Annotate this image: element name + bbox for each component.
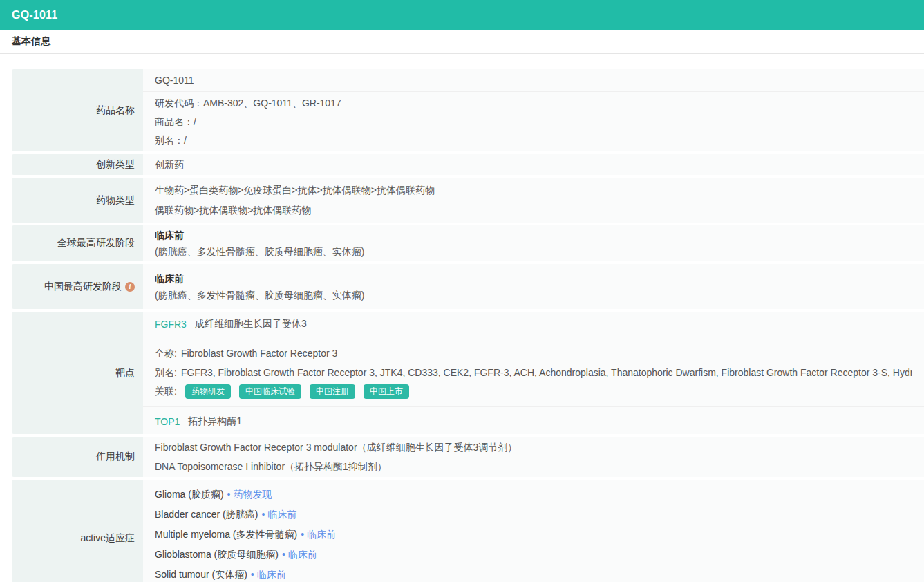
indication-item: Solid tumour (实体瘤)•临床前 xyxy=(155,565,912,582)
drug-type-line: 生物药>蛋白类药物>免疫球蛋白>抗体>抗体偶联物>抗体偶联药物 xyxy=(155,180,912,200)
china-stage-label: 中国最高研发阶段 i xyxy=(12,264,143,309)
row-active-indications: active适应症 Glioma (胶质瘤)•药物发现 Bladder canc… xyxy=(12,480,924,582)
bullet-separator: • xyxy=(227,489,231,500)
indication-name: Glioblastoma (胶质母细胞瘤) xyxy=(155,549,279,560)
active-indications-label: active适应症 xyxy=(12,480,143,582)
info-icon[interactable]: i xyxy=(125,282,135,292)
bullet-separator: • xyxy=(261,509,265,520)
related-tag-button[interactable]: 药物研发 xyxy=(185,384,231,399)
bullet-separator: • xyxy=(301,529,304,540)
target-block-top1: TOP1 拓扑异构酶1 xyxy=(143,406,924,436)
global-stage-value: 临床前 xyxy=(155,227,912,243)
china-stage-label-text: 中国最高研发阶段 xyxy=(44,281,122,293)
indication-item: Bladder cancer (膀胱癌)•临床前 xyxy=(155,505,912,525)
target-title: TOP1 拓扑异构酶1 xyxy=(143,407,924,436)
trade-name-line: 商品名：/ xyxy=(155,113,912,131)
row-innovation-type: 创新类型 创新药 xyxy=(12,154,924,175)
innovation-type-label: 创新类型 xyxy=(12,154,143,175)
row-drug-type: 药物类型 生物药>蛋白类药物>免疫球蛋白>抗体>抗体偶联物>抗体偶联药物 偶联药… xyxy=(12,178,924,223)
related-tag-button[interactable]: 中国临床试验 xyxy=(239,384,301,399)
indication-name: Glioma (胶质瘤) xyxy=(155,489,224,500)
target-alias-line: 别名:FGFR3, Fibroblast Growth Factor Recep… xyxy=(155,363,912,382)
active-indications-content: Glioma (胶质瘤)•药物发现 Bladder cancer (膀胱癌)•临… xyxy=(143,480,924,582)
innovation-type-text: 创新药 xyxy=(155,156,912,174)
alias-key: 别名: xyxy=(155,367,177,378)
china-stage-content: 临床前 (膀胱癌、多发性骨髓瘤、胶质母细胞瘤、实体瘤) xyxy=(143,264,924,309)
target-symbol-link[interactable]: TOP1 xyxy=(155,416,180,427)
row-mechanism: 作用机制 Fibroblast Growth Factor Receptor 3… xyxy=(12,437,924,477)
target-related-line: 关联: 药物研发 中国临床试验 中国注册 中国上市 xyxy=(155,384,912,399)
target-block-fgfr3: FGFR3 成纤维细胞生长因子受体3 全称:Fibroblast Growth … xyxy=(143,312,924,406)
mechanism-label: 作用机制 xyxy=(12,437,143,477)
indication-stage-link[interactable]: 临床前 xyxy=(288,549,317,560)
drug-type-label: 药物类型 xyxy=(12,178,143,223)
mechanism-line: DNA Topoisomerase I inhibitor（拓扑异构酶1抑制剂） xyxy=(155,457,912,476)
fullname-key: 全称: xyxy=(155,348,177,359)
indication-name: Solid tumour (实体瘤) xyxy=(155,569,247,580)
target-fullname-line: 全称:Fibroblast Growth Factor Receptor 3 xyxy=(155,344,912,363)
indication-stage-link[interactable]: 临床前 xyxy=(257,569,286,580)
global-stage-content: 临床前 (膀胱癌、多发性骨髓瘤、胶质母细胞瘤、实体瘤) xyxy=(143,225,924,261)
row-global-stage: 全球最高研发阶段 临床前 (膀胱癌、多发性骨髓瘤、胶质母细胞瘤、实体瘤) xyxy=(12,225,924,261)
drug-name-details: 研发代码：AMB-302、GQ-1011、GR-1017 商品名：/ 别名：/ xyxy=(143,92,924,151)
bullet-separator: • xyxy=(282,549,285,560)
indication-name: Bladder cancer (膀胱癌) xyxy=(155,509,258,520)
target-name-cn: 拓扑异构酶1 xyxy=(188,415,242,428)
drug-type-content: 生物药>蛋白类药物>免疫球蛋白>抗体>抗体偶联物>抗体偶联药物 偶联药物>抗体偶… xyxy=(143,178,924,223)
page-title: GQ-1011 xyxy=(12,9,57,21)
indication-stage-link[interactable]: 药物发现 xyxy=(233,489,272,500)
indication-stage-link[interactable]: 临床前 xyxy=(267,509,296,520)
dev-code-line: 研发代码：AMB-302、GQ-1011、GR-1017 xyxy=(155,94,912,113)
drug-name-label: 药品名称 xyxy=(12,69,143,151)
targets-label: 靶点 xyxy=(12,312,143,434)
related-tag-button[interactable]: 中国注册 xyxy=(310,384,355,399)
section-header: 基本信息 xyxy=(0,30,924,54)
global-stage-indications: (膀胱癌、多发性骨髓瘤、胶质母细胞瘤、实体瘤) xyxy=(155,243,912,260)
row-drug-name: 药品名称 GQ-1011 研发代码：AMB-302、GQ-1011、GR-101… xyxy=(12,69,924,151)
indication-item: Glioblastoma (胶质母细胞瘤)•临床前 xyxy=(155,545,912,565)
indication-item: Multiple myeloma (多发性骨髓瘤)•临床前 xyxy=(155,525,912,545)
drug-name-content: GQ-1011 研发代码：AMB-302、GQ-1011、GR-1017 商品名… xyxy=(143,69,924,151)
indication-name: Multiple myeloma (多发性骨髓瘤) xyxy=(155,529,297,540)
global-stage-label: 全球最高研发阶段 xyxy=(12,225,143,261)
page-header: GQ-1011 xyxy=(0,0,924,30)
indication-item: Glioma (胶质瘤)•药物发现 xyxy=(155,485,912,505)
targets-content: FGFR3 成纤维细胞生长因子受体3 全称:Fibroblast Growth … xyxy=(143,312,924,434)
target-name-cn: 成纤维细胞生长因子受体3 xyxy=(195,318,307,330)
mechanism-line: Fibroblast Growth Factor Receptor 3 modu… xyxy=(155,438,912,457)
target-title: FGFR3 成纤维细胞生长因子受体3 xyxy=(143,312,924,337)
alias-line: 别名：/ xyxy=(155,131,912,150)
basic-info-table: 药品名称 GQ-1011 研发代码：AMB-302、GQ-1011、GR-101… xyxy=(0,69,924,582)
section-title: 基本信息 xyxy=(12,35,50,48)
alias-value: FGFR3, Fibroblast Growth Factor Receptor… xyxy=(181,367,912,378)
target-details: 全称:Fibroblast Growth Factor Receptor 3 别… xyxy=(143,337,924,406)
mechanism-content: Fibroblast Growth Factor Receptor 3 modu… xyxy=(143,437,924,477)
china-stage-value: 临床前 xyxy=(155,270,912,287)
target-symbol-link[interactable]: FGFR3 xyxy=(155,319,187,330)
indication-stage-link[interactable]: 临床前 xyxy=(307,529,336,540)
innovation-type-value: 创新药 xyxy=(143,154,924,175)
row-china-stage: 中国最高研发阶段 i 临床前 (膀胱癌、多发性骨髓瘤、胶质母细胞瘤、实体瘤) xyxy=(12,264,924,309)
drug-type-line: 偶联药物>抗体偶联物>抗体偶联药物 xyxy=(155,200,912,220)
fullname-value: Fibroblast Growth Factor Receptor 3 xyxy=(181,348,337,359)
drug-primary-name: GQ-1011 xyxy=(143,69,924,92)
related-key: 关联: xyxy=(155,386,177,398)
row-targets: 靶点 FGFR3 成纤维细胞生长因子受体3 全称:Fibroblast Grow… xyxy=(12,312,924,434)
bullet-separator: • xyxy=(251,569,254,580)
china-stage-indications: (膀胱癌、多发性骨髓瘤、胶质母细胞瘤、实体瘤) xyxy=(155,287,912,303)
related-tag-button[interactable]: 中国上市 xyxy=(364,384,409,399)
